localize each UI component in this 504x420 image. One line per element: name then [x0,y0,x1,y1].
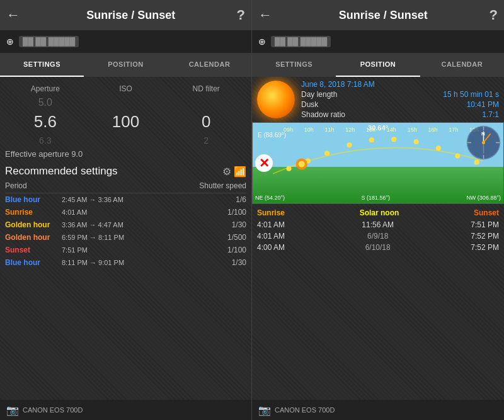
settings-headers: Aperture ISO ND filter [5,82,246,96]
day-length-label: Day length [301,90,337,99]
svg-point-3 [346,142,352,147]
dusk-value: 10:41 PM [467,100,499,109]
col-sunset-header: Sunset [474,208,499,217]
settings-icon[interactable]: ⚙ [222,166,231,178]
right-panel-title: Sunrise / Sunset [277,9,490,22]
sunrise-1: 4:01 AM [257,232,285,241]
cancel-icon: ✕ [259,157,270,169]
right-tab-position[interactable]: POSITION [336,53,420,77]
compass-mini: N [466,125,501,160]
left-tab-settings[interactable]: SETTINGS [0,53,84,77]
col-noon-header: Solar noon [360,208,399,217]
period-row-2: Golden hour 3:36 AM → 4:47 AM 1/30 [5,219,246,231]
right-tabs: SETTINGS POSITION CALENDAR [252,53,504,77]
rec-icons: ⚙ 📶 [222,166,246,178]
period-name-0: Blue hour [5,195,62,204]
left-location-bar: ⊕ ██ ██ █████ [0,30,251,53]
period-name-3: Golden hour [5,233,62,242]
aperture-header: Aperture [5,84,86,93]
period-shutter-4: 1/100 [227,246,246,254]
right-back-button[interactable]: ← [258,7,272,23]
period-row-0: Blue hour 2:45 AM → 3:36 AM 1/6 [5,193,246,206]
right-location-icon: ⊕ [258,37,266,47]
left-tab-calendar[interactable]: CALENDAR [168,53,251,77]
svg-point-4 [369,137,374,142]
period-time-5: 8:11 PM → 9:01 PM [62,259,232,266]
period-name-5: Blue hour [5,258,62,267]
svg-point-6 [414,139,419,144]
shadow-row: Shadow ratio 1.7:1 [301,110,499,120]
left-tab-position[interactable]: POSITION [84,53,168,77]
period-time-2: 3:36 AM → 4:47 AM [62,221,232,229]
effective-aperture: Effective aperture 9.0 [5,147,246,161]
iso-header: ISO [86,84,166,93]
svg-point-5 [391,137,396,142]
sunrise-row-1: 4:01 AM 6/9/18 7:52 PM [252,230,504,242]
wifi-icon: 📶 [234,166,246,178]
noon-1: 6/9/18 [367,232,388,241]
period-row-4: Sunset 7:51 PM 1/100 [5,244,246,256]
sun-date: June 8, 2018 7:18 AM [301,80,375,89]
left-footer: 📷 CANON EOS 700D [0,400,251,420]
chart-bottom-labels: NE (54.20°) S (181.56°) NW (306.88°) [255,195,501,201]
col-sunrise-header: Sunrise [257,208,285,217]
right-help-button[interactable]: ? [490,7,498,23]
iso-value[interactable]: 100 [86,112,166,132]
right-footer: 📷 CANON EOS 700D [252,400,504,420]
location-icon: ⊕ [6,37,14,47]
sunrise-table: Sunrise Solar noon Sunset 4:01 AM 11:56 … [252,204,504,256]
dusk-label: Dusk [301,100,318,109]
noon-0: 11:56 AM [362,220,394,229]
nd-header: ND filter [166,84,246,93]
period-col-header: Period [5,181,27,190]
sun-date-row: June 8, 2018 7:18 AM [301,79,499,89]
sun-info-bar: June 8, 2018 7:18 AM Day length 15 h 50 … [252,77,504,122]
period-table-header: Period Shutter speed [5,180,246,193]
period-shutter-1: 1/100 [227,208,246,217]
aperture-dim-bottom: 6.3 [5,135,86,145]
left-header: ← Sunrise / Sunset ? [0,0,251,30]
settings-dim-top: 5.0 [5,96,246,110]
left-back-button[interactable]: ← [6,7,20,23]
period-row-3: Golden hour 6:59 PM → 8:11 PM 1/500 [5,231,246,244]
sunset-1: 7:52 PM [471,232,499,241]
period-time-4: 7:51 PM [62,246,227,254]
day-length-row: Day length 15 h 50 min 01 s [301,89,499,99]
right-tab-calendar[interactable]: CALENDAR [420,53,504,77]
recommended-header: Recommended settings ⚙ 📶 [5,161,246,180]
period-time-3: 6:59 PM → 8:11 PM [62,234,227,241]
period-shutter-2: 1/30 [232,220,246,229]
cancel-button[interactable]: ✕ [255,154,273,172]
shadow-value: 1.7:1 [482,110,499,119]
period-time-1: 4:01 AM [62,208,227,216]
nd-dim-bottom: 2 [166,135,246,145]
svg-point-0 [286,166,291,171]
camera-icon-right: 📷 [258,404,271,416]
period-time-0: 2:45 AM → 3:36 AM [62,196,236,203]
left-help-button[interactable]: ? [237,7,245,23]
period-shutter-5: 1/30 [232,258,246,267]
left-camera-model: CANON EOS 700D [23,406,83,414]
period-name-1: Sunrise [5,208,62,217]
right-tab-settings[interactable]: SETTINGS [252,53,336,77]
left-tabs: SETTINGS POSITION CALENDAR [0,53,251,77]
right-header: ← Sunrise / Sunset ? [252,0,504,30]
right-panel-content: June 8, 2018 7:18 AM Day length 15 h 50 … [252,77,504,400]
svg-point-9 [474,160,479,165]
shadow-label: Shadow ratio [301,110,345,119]
right-panel: ← Sunrise / Sunset ? ⊕ ██ ██ █████ SETTI… [252,0,504,420]
left-panel: ← Sunrise / Sunset ? ⊕ ██ ██ █████ SETTI… [0,0,252,420]
label-s: S (181.56°) [361,195,390,201]
nd-value[interactable]: 0 [166,112,246,132]
sunrise-row-0: 4:01 AM 11:56 AM 7:51 PM [252,219,504,230]
sun-chart: 30.64° E (88.69°) 09h 10h 11h 12h 13h 14… [252,122,504,204]
aperture-value[interactable]: 5.6 [5,112,86,132]
svg-point-11 [299,161,305,167]
right-camera-model: CANON EOS 700D [275,406,335,414]
right-location-bar: ⊕ ██ ██ █████ [252,30,504,53]
day-length-value: 15 h 50 min 01 s [443,90,499,99]
right-location-text: ██ ██ █████ [271,36,331,47]
sunrise-2: 4:00 AM [257,243,285,252]
left-panel-title: Sunrise / Sunset [25,9,237,22]
period-table: Period Shutter speed Blue hour 2:45 AM →… [5,180,246,269]
